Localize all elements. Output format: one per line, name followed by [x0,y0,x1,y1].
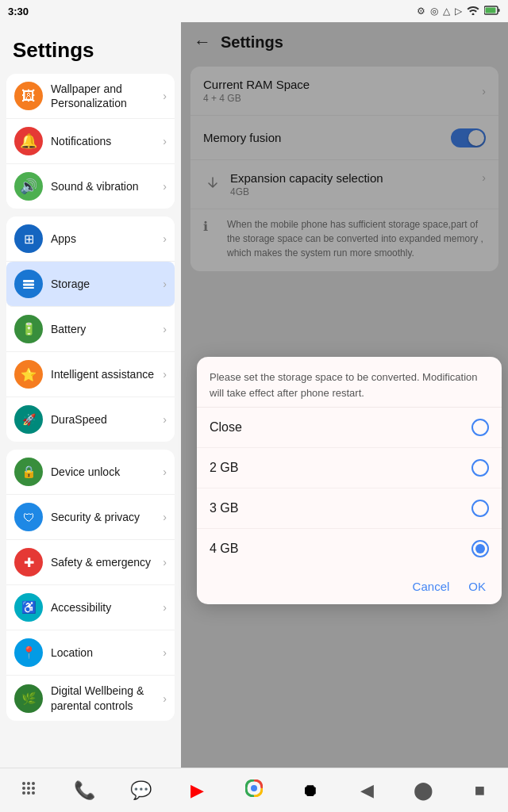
dialog-option-2gb[interactable]: 2 GB [197,448,502,488]
nav-phone[interactable]: 📞 [66,772,104,810]
settings-group-1: 🖼 Wallpaper and Personalization › 🔔 Noti… [6,74,175,209]
digital-wellbeing-label: Digital Wellbeing & parental controls [51,684,163,712]
wallpaper-chevron: › [163,90,167,102]
safety-label: Safety & emergency [51,555,163,569]
digital-wellbeing-icon: 🌿 [14,684,43,713]
2gb-radio[interactable] [471,459,489,477]
svg-point-14 [27,791,30,795]
settings-group-3: 🔒 Device unlock › 🛡 Security & privacy ›… [6,450,175,720]
sound-chevron: › [163,180,167,193]
svg-rect-6 [23,287,34,289]
4gb-radio[interactable] [471,540,489,557]
sidebar-item-duraspeed[interactable]: 🚀 DuraSpeed › [6,397,175,442]
security-label: Security & privacy [51,510,163,524]
close-radio[interactable] [471,419,489,436]
apps-grid-icon [20,779,37,802]
security-chevron: › [163,511,167,523]
accessibility-icon: ♿ [14,593,43,622]
svg-point-7 [22,782,25,785]
sidebar-item-security[interactable]: 🛡 Security & privacy › [6,495,175,540]
safety-chevron: › [163,556,167,569]
location-status-icon: ◎ [430,6,438,17]
sidebar-item-apps[interactable]: ⊞ Apps › [6,216,175,262]
nav-back[interactable]: ◀ [348,772,386,810]
sidebar-item-notifications[interactable]: 🔔 Notifications › [6,119,175,164]
sidebar-item-accessibility[interactable]: ♿ Accessibility › [6,585,175,630]
sidebar-item-digital-wellbeing[interactable]: 🌿 Digital Wellbeing & parental controls … [6,676,175,720]
location-icon: 📍 [14,638,43,667]
dialog-option-3gb[interactable]: 3 GB [197,488,502,529]
sidebar-item-device-unlock[interactable]: 🔒 Device unlock › [6,450,175,495]
chrome-icon [245,779,263,802]
svg-rect-5 [23,284,34,286]
battery-chevron: › [163,323,167,335]
nav-home[interactable]: ⬤ [404,772,442,810]
dialog-option-4gb[interactable]: 4 GB [197,529,502,569]
nav-apps-grid[interactable] [10,772,48,810]
sidebar-item-location[interactable]: 📍 Location › [6,630,175,676]
sidebar-item-storage[interactable]: Storage › [6,262,175,307]
wifi-icon [467,6,479,17]
notifications-icon: 🔔 [14,127,43,155]
accessibility-label: Accessibility [51,600,163,615]
storage-icon [14,270,43,298]
3gb-option-label: 3 GB [210,501,238,515]
wallpaper-label: Wallpaper and Personalization [51,82,163,110]
battery-label: Battery [51,322,163,336]
location-chevron: › [163,646,167,659]
storage-selection-dialog: Please set the storage space to be conve… [197,357,502,604]
apps-label: Apps [51,232,163,246]
svg-point-0 [472,13,475,15]
sidebar-item-sound[interactable]: 🔊 Sound & vibration › [6,164,175,209]
dialog-description: Please set the storage space to be conve… [197,357,502,408]
sidebar-item-safety[interactable]: ✚ Safety & emergency › [6,540,175,585]
play-status-icon: ▷ [455,6,462,17]
duraspeed-icon: 🚀 [14,405,43,434]
phone-icon: 📞 [74,780,95,801]
svg-point-11 [27,787,30,790]
sidebar-item-battery[interactable]: 🔋 Battery › [6,307,175,352]
ok-button[interactable]: OK [468,580,486,593]
home-icon: ⬤ [414,780,433,801]
close-option-label: Close [210,420,242,435]
accessibility-chevron: › [163,601,167,614]
settings-panel: Settings 🖼 Wallpaper and Personalization… [0,22,181,768]
youtube-icon: ▶ [190,780,204,801]
dialog-actions: Cancel OK [197,569,502,604]
dialog-option-close[interactable]: Close [197,408,502,448]
cancel-button[interactable]: Cancel [413,580,450,593]
location-label: Location [51,645,163,660]
nav-camera[interactable]: ⏺ [291,772,329,810]
3gb-radio[interactable] [471,500,489,517]
svg-point-17 [251,785,257,791]
notifications-chevron: › [163,135,167,147]
bottom-nav: 📞 💬 ▶ ⏺ ◀ ⬤ ■ [0,768,508,812]
storage-chevron: › [163,278,167,290]
alert-status-icon: △ [443,6,450,17]
digital-wellbeing-chevron: › [163,692,167,705]
svg-rect-3 [486,7,496,13]
svg-point-10 [22,787,25,790]
device-unlock-chevron: › [163,465,167,478]
status-icons: ⚙ ◎ △ ▷ [417,6,500,17]
apps-chevron: › [163,232,167,245]
device-unlock-icon: 🔒 [14,458,43,486]
nav-recents[interactable]: ■ [460,772,498,810]
back-nav-icon: ◀ [360,780,374,801]
settings-title: Settings [0,22,181,74]
svg-point-8 [27,782,30,785]
svg-rect-4 [23,280,34,282]
settings-group-2: ⊞ Apps › Storage › 🔋 Battery › ⭐ Intelli… [6,216,175,442]
svg-point-12 [32,787,35,790]
notifications-label: Notifications [51,134,163,148]
nav-chrome[interactable] [235,772,273,810]
sidebar-item-intelligent[interactable]: ⭐ Intelligent assistance › [6,352,175,397]
nav-messages[interactable]: 💬 [122,772,160,810]
svg-point-9 [32,782,35,785]
sidebar-item-wallpaper[interactable]: 🖼 Wallpaper and Personalization › [6,74,175,119]
duraspeed-label: DuraSpeed [51,412,163,427]
svg-point-15 [32,791,35,795]
intelligent-icon: ⭐ [14,360,43,389]
nav-youtube[interactable]: ▶ [179,772,217,810]
settings-status-icon: ⚙ [417,6,425,17]
